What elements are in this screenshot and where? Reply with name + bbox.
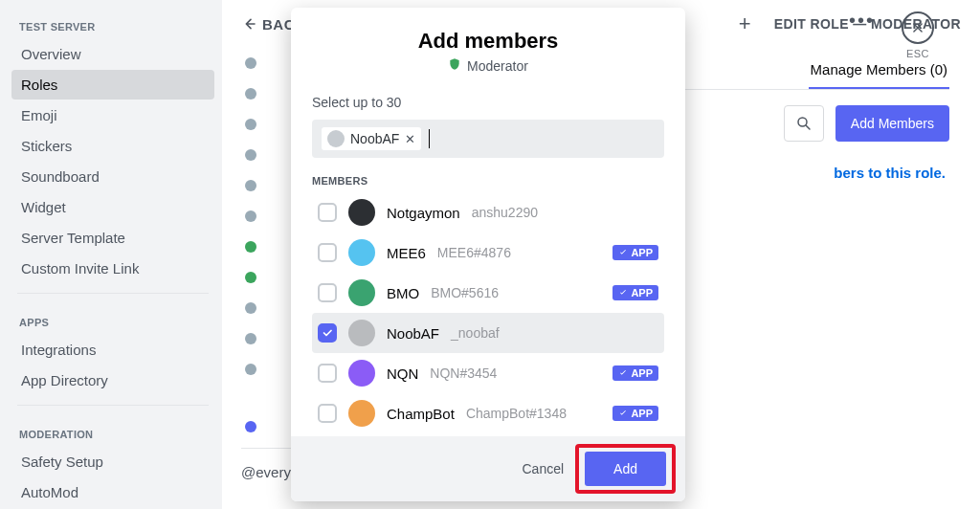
member-checkbox[interactable] [318, 404, 337, 423]
app-badge: APP [612, 406, 658, 421]
cancel-button[interactable]: Cancel [508, 452, 577, 486]
avatar [348, 199, 375, 226]
member-tag: MEE6#4876 [437, 245, 511, 260]
member-checkbox[interactable] [318, 243, 337, 262]
selected-member-chip[interactable]: NoobAF ✕ [322, 127, 421, 150]
app-badge: APP [612, 245, 658, 260]
member-name: MEE6 [387, 245, 426, 261]
avatar [348, 320, 375, 346]
member-name: Notgaymon [387, 205, 460, 221]
member-row[interactable]: Notgaymon anshu2290 [312, 192, 664, 232]
role-color-dot [245, 421, 256, 432]
app-badge: APP [612, 285, 658, 300]
role-color-dot [245, 57, 256, 69]
member-tag: anshu2290 [472, 205, 538, 220]
tab-manage-members[interactable]: Manage Members (0) [809, 55, 949, 89]
avatar [348, 360, 375, 387]
role-color-dot [245, 88, 256, 100]
sidebar-item-integrations[interactable]: Integrations [11, 335, 214, 365]
member-tag: NQN#3454 [430, 365, 497, 381]
add-button[interactable]: Add [585, 452, 666, 486]
member-checkbox[interactable] [318, 203, 337, 222]
role-color-dot [245, 302, 256, 314]
role-color-dot [245, 364, 256, 375]
member-name: ChampBot [387, 406, 455, 422]
add-members-button[interactable]: Add Members [835, 105, 949, 142]
modal-header: Add members Moderator [291, 8, 685, 79]
sidebar-item-emoji[interactable]: Emoji [11, 100, 214, 130]
svg-point-0 [798, 118, 807, 126]
sidebar-item-server-template[interactable]: Server Template [11, 223, 214, 253]
arrow-left-icon [241, 16, 256, 32]
search-icon [795, 115, 813, 132]
avatar [348, 400, 375, 427]
sidebar-item-roles[interactable]: Roles [11, 70, 214, 100]
avatar [348, 239, 375, 266]
members-heading: MEMBERS [312, 175, 664, 187]
add-members-modal: Add members Moderator Select up to 30 No… [291, 8, 685, 501]
chip-label: NoobAF [350, 131, 399, 146]
member-row[interactable]: NoobAF _noobaf [312, 313, 664, 353]
esc-label: ESC [906, 48, 929, 59]
member-search-input[interactable] [437, 128, 655, 149]
member-name: NQN [387, 365, 418, 382]
member-search-box[interactable]: NoobAF ✕ [312, 120, 664, 158]
member-row[interactable]: BMO BMO#5616APP [312, 273, 664, 313]
member-row[interactable]: ChampBot ChampBot#1348APP [312, 393, 664, 433]
member-row[interactable]: NQN NQN#3454APP [312, 353, 664, 393]
role-color-dot [245, 119, 256, 130]
sidebar-separator [17, 293, 209, 294]
sidebar-category-server: TEST SERVER [11, 8, 214, 38]
sidebar-item-overview[interactable]: Overview [11, 39, 214, 69]
sidebar-item-stickers[interactable]: Stickers [11, 131, 214, 161]
search-members-button[interactable] [784, 105, 824, 142]
modal-footer: Cancel Add [291, 436, 685, 501]
role-color-dot [245, 241, 256, 253]
shield-icon [448, 57, 461, 74]
sidebar-item-soundboard[interactable]: Soundboard [11, 162, 214, 191]
members-list[interactable]: Notgaymon anshu2290MEE6 MEE6#4876APPBMO … [312, 192, 676, 436]
member-tag: BMO#5616 [431, 285, 499, 300]
member-name: NoobAF [387, 325, 439, 342]
sidebar-category-moderation: MODERATION [11, 415, 214, 446]
sidebar-item-widget[interactable]: Widget [11, 192, 214, 222]
text-cursor [429, 129, 430, 148]
role-color-dot [245, 149, 256, 161]
sidebar-separator [17, 405, 209, 406]
role-color-dot [245, 210, 256, 222]
close-settings[interactable]: ESC [902, 11, 934, 59]
sidebar-category-apps: APPS [11, 303, 214, 334]
app-badge: APP [612, 365, 658, 381]
member-checkbox[interactable] [318, 364, 337, 383]
add-role-icon[interactable]: + [739, 11, 751, 36]
sidebar-item-app-directory[interactable]: App Directory [11, 365, 214, 395]
avatar [327, 130, 345, 147]
modal-subtitle: Moderator [310, 57, 666, 74]
remove-chip-icon[interactable]: ✕ [405, 132, 415, 146]
member-checkbox[interactable] [318, 323, 337, 343]
close-icon[interactable] [902, 11, 934, 44]
role-color-dot [245, 333, 256, 344]
select-limit-hint: Select up to 30 [312, 95, 664, 110]
settings-sidebar: TEST SERVER Overview Roles Emoji Sticker… [0, 0, 222, 509]
role-color-dot [245, 180, 256, 191]
member-tag: _noobaf [451, 325, 500, 341]
role-color-dot [245, 272, 256, 283]
overflow-menu-icon[interactable]: ••• [849, 10, 875, 32]
sidebar-item-custom-invite[interactable]: Custom Invite Link [11, 254, 214, 283]
member-tag: ChampBot#1348 [466, 406, 567, 421]
member-row[interactable]: MEE6 MEE6#4876APP [312, 232, 664, 273]
member-checkbox[interactable] [318, 283, 337, 302]
modal-role-name: Moderator [467, 58, 528, 74]
modal-title: Add members [310, 29, 666, 54]
sidebar-item-safety-setup[interactable]: Safety Setup [11, 447, 214, 476]
member-name: BMO [387, 285, 419, 301]
sidebar-item-automod[interactable]: AutoMod [11, 477, 214, 507]
avatar [348, 279, 375, 306]
